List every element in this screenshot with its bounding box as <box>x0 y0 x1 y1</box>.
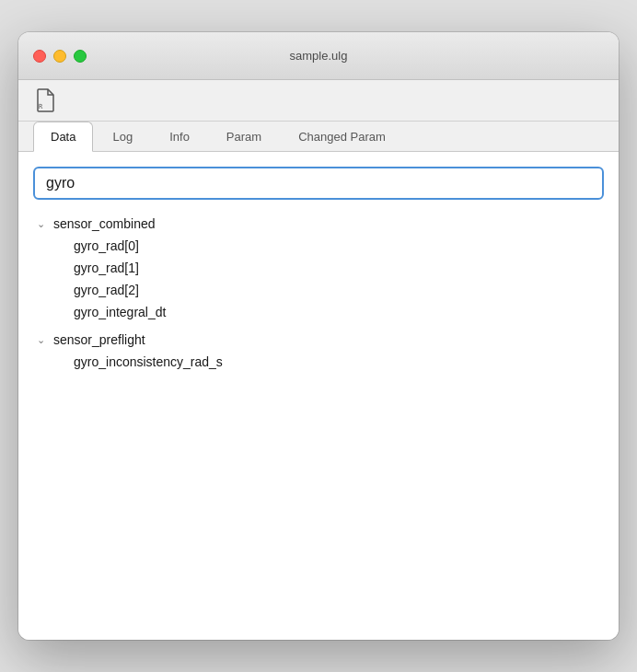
maximize-button[interactable] <box>74 50 87 63</box>
tab-data[interactable]: Data <box>33 122 93 152</box>
tree-child-gyro-integral-dt[interactable]: gyro_integral_dt <box>74 301 604 323</box>
minimize-button[interactable] <box>53 50 66 63</box>
tab-param[interactable]: Param <box>209 122 279 151</box>
window-title: sample.ulg <box>290 49 348 63</box>
tree-children-sensor-preflight: gyro_inconsistency_rad_s <box>33 351 604 373</box>
tree-child-gyro-rad-1[interactable]: gyro_rad[1] <box>74 257 604 279</box>
chevron-icon: ⌄ <box>33 332 48 347</box>
titlebar: sample.ulg <box>18 32 619 80</box>
svg-text:R: R <box>39 103 43 110</box>
tree-group-sensor-combined: ⌄ sensor_combined gyro_rad[0] gyro_rad[1… <box>33 213 604 323</box>
tree-child-gyro-rad-0[interactable]: gyro_rad[0] <box>74 235 604 257</box>
tabs-container: Data Log Info Param Changed Param <box>18 122 619 152</box>
tab-log[interactable]: Log <box>95 122 150 151</box>
content-area: ⌄ sensor_combined gyro_rad[0] gyro_rad[1… <box>18 152 619 640</box>
tree-view: ⌄ sensor_combined gyro_rad[0] gyro_rad[1… <box>33 213 604 373</box>
tree-group-sensor-preflight: ⌄ sensor_preflight gyro_inconsistency_ra… <box>33 329 604 373</box>
close-button[interactable] <box>33 50 46 63</box>
file-icon: R <box>33 87 59 113</box>
toolbar: R <box>18 80 619 122</box>
tab-changed-param[interactable]: Changed Param <box>281 122 403 151</box>
app-window: sample.ulg R Data Log Info Param Changed… <box>18 32 619 640</box>
tab-info[interactable]: Info <box>152 122 207 151</box>
traffic-lights <box>33 50 87 63</box>
tree-child-gyro-rad-2[interactable]: gyro_rad[2] <box>74 279 604 301</box>
chevron-icon: ⌄ <box>33 216 48 231</box>
tree-parent-label: sensor_preflight <box>53 332 145 347</box>
search-input[interactable] <box>33 167 604 200</box>
tree-parent-sensor-preflight[interactable]: ⌄ sensor_preflight <box>33 329 604 351</box>
tree-parent-sensor-combined[interactable]: ⌄ sensor_combined <box>33 213 604 235</box>
tree-children-sensor-combined: gyro_rad[0] gyro_rad[1] gyro_rad[2] gyro… <box>33 235 604 323</box>
tree-child-gyro-inconsistency[interactable]: gyro_inconsistency_rad_s <box>74 351 604 373</box>
tree-parent-label: sensor_combined <box>53 216 156 231</box>
